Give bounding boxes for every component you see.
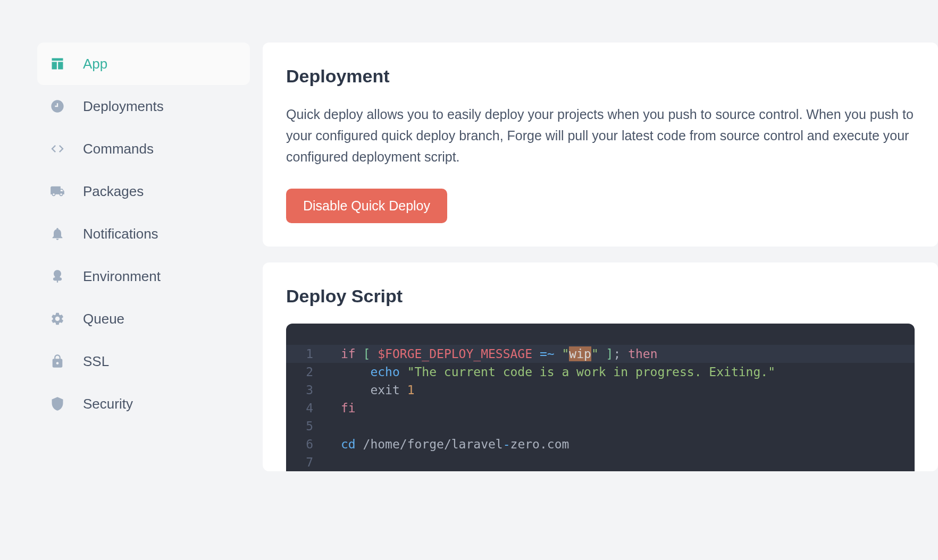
sidebar-item-notifications[interactable]: Notifications — [37, 213, 250, 255]
line-number: 5 — [286, 417, 326, 435]
line-number: 4 — [286, 399, 326, 417]
disable-quick-deploy-button[interactable]: Disable Quick Deploy — [286, 189, 447, 223]
deploy-script-card: Deploy Script 1if [ $FORGE_DEPLOY_MESSAG… — [263, 262, 938, 471]
sidebar: App Deployments Commands Packages Notifi — [37, 43, 250, 471]
sidebar-item-label: SSL — [83, 353, 109, 370]
sidebar-item-queue[interactable]: Queue — [37, 298, 250, 340]
deployment-card: Deployment Quick deploy allows you to ea… — [263, 43, 938, 247]
code-content[interactable]: exit 1 — [326, 381, 915, 399]
code-content[interactable]: cd /home/forge/laravel-zero.com — [326, 435, 915, 453]
line-number: 1 — [286, 345, 326, 363]
tree-icon — [49, 268, 66, 285]
deployment-title: Deployment — [286, 66, 915, 87]
sidebar-item-deployments[interactable]: Deployments — [37, 85, 250, 128]
line-number: 2 — [286, 363, 326, 381]
line-number: 7 — [286, 453, 326, 471]
code-line[interactable]: 7 — [286, 453, 915, 471]
code-content[interactable]: echo "The current code is a work in prog… — [326, 363, 915, 381]
sidebar-item-label: App — [83, 56, 107, 72]
sidebar-item-label: Security — [83, 396, 133, 412]
code-line[interactable]: 1if [ $FORGE_DEPLOY_MESSAGE =~ "wip" ]; … — [286, 345, 915, 363]
sidebar-item-label: Environment — [83, 268, 161, 285]
lock-icon — [49, 353, 66, 370]
gear-icon — [49, 310, 66, 327]
code-content[interactable] — [326, 453, 915, 471]
code-content[interactable]: if [ $FORGE_DEPLOY_MESSAGE =~ "wip" ]; t… — [326, 345, 915, 363]
sidebar-item-label: Commands — [83, 141, 154, 157]
code-content[interactable]: fi — [326, 399, 915, 417]
sidebar-item-label: Deployments — [83, 98, 164, 115]
sidebar-item-label: Queue — [83, 311, 124, 327]
code-line[interactable]: 5 — [286, 417, 915, 435]
line-number: 6 — [286, 435, 326, 453]
sidebar-item-ssl[interactable]: SSL — [37, 340, 250, 383]
sidebar-item-security[interactable]: Security — [37, 383, 250, 425]
deploy-script-title: Deploy Script — [286, 286, 915, 307]
code-icon — [49, 140, 66, 157]
app-icon — [49, 55, 66, 72]
shield-icon — [49, 395, 66, 412]
sidebar-item-commands[interactable]: Commands — [37, 128, 250, 170]
sidebar-item-label: Packages — [83, 183, 144, 200]
code-line[interactable]: 6cd /home/forge/laravel-zero.com — [286, 435, 915, 453]
code-editor[interactable]: 1if [ $FORGE_DEPLOY_MESSAGE =~ "wip" ]; … — [286, 324, 915, 471]
code-content[interactable] — [326, 417, 915, 435]
deployment-description: Quick deploy allows you to easily deploy… — [286, 104, 915, 167]
code-line[interactable]: 4fi — [286, 399, 915, 417]
sidebar-item-environment[interactable]: Environment — [37, 255, 250, 298]
code-line[interactable]: 3 exit 1 — [286, 381, 915, 399]
sidebar-item-app[interactable]: App — [37, 43, 250, 85]
clock-icon — [49, 98, 66, 115]
line-number: 3 — [286, 381, 326, 399]
sidebar-item-label: Notifications — [83, 226, 158, 242]
bell-icon — [49, 225, 66, 242]
main-content: Deployment Quick deploy allows you to ea… — [263, 43, 938, 471]
sidebar-item-packages[interactable]: Packages — [37, 170, 250, 213]
code-line[interactable]: 2 echo "The current code is a work in pr… — [286, 363, 915, 381]
truck-icon — [49, 183, 66, 200]
